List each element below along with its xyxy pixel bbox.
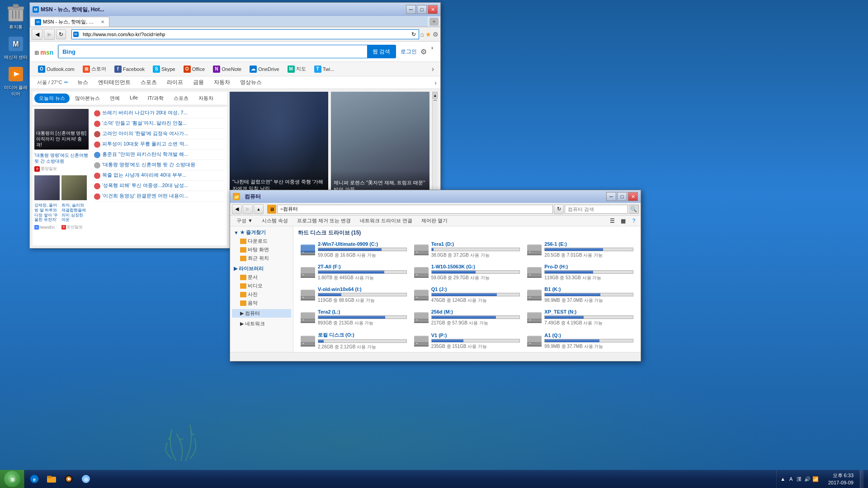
sidebar-item-videos[interactable]: 비디오 [232, 282, 291, 290]
browser-minimize-btn[interactable]: ─ [406, 5, 416, 14]
view-help-btn[interactable]: ? [629, 216, 639, 226]
news-item-6[interactable]: 목줄 없는 사냥개 4마리에 40대 부부... [94, 170, 224, 181]
msn-search-input[interactable] [79, 45, 367, 58]
link-skype[interactable]: S Skype [149, 65, 179, 74]
sidebar-item-recent[interactable]: 최근 위치 [232, 254, 291, 263]
scroll-thumb[interactable] [434, 100, 437, 101]
link-maps[interactable]: M 지도 [284, 65, 310, 74]
link-twitter[interactable]: T Twi... [311, 65, 338, 74]
nav-finance[interactable]: 금융 [189, 77, 208, 88]
drive-item-13[interactable]: V1 (P:) 235GB 중 151GB 사용 가능 [411, 330, 523, 352]
explorer-titlebar[interactable]: 📁 컴퓨터 ─ □ ✕ [230, 190, 641, 203]
explorer-search-btn[interactable]: 🔍 [629, 205, 639, 214]
sidebar-item-music[interactable]: 음악 [232, 299, 291, 307]
view-tiles-btn[interactable]: ▦ [618, 216, 628, 226]
drive-item-8[interactable]: B1 (K:) 98.9MB 중 37.0MB 사용 가능 [524, 285, 636, 305]
drive-item-7[interactable]: Q1 (J:) 476GB 중 124GB 사용 가능 [411, 285, 523, 305]
settings-btn[interactable]: ⚙ [433, 31, 439, 38]
address-refresh-btn[interactable]: ↻ [409, 29, 419, 39]
drive-item-2[interactable]: 256-1 (E:) 20.5GB 중 7.01GB 사용 가능 [524, 239, 636, 260]
tray-ime-btn[interactable]: 漢 [796, 475, 803, 483]
explorer-forward-btn[interactable]: ▶ [243, 204, 253, 214]
nav-cars[interactable]: 자동차 [209, 77, 235, 88]
settings-gear-icon[interactable]: ⚙ [420, 47, 427, 56]
news-tab-it[interactable]: IT/과학 [143, 94, 168, 103]
nav-video[interactable]: 영상뉴스 [236, 77, 266, 88]
drive-item-6[interactable]: V-old-win10x64 (I:) 119GB 중 88.6GB 사용 가능 [298, 285, 410, 305]
links-more-btn[interactable]: › [430, 65, 436, 73]
taskbar-wmp[interactable] [61, 472, 77, 486]
drive-item-10[interactable]: 256d (M:) 217GB 중 57.9GB 사용 가능 [411, 307, 523, 328]
drive-item-5[interactable]: Pro-D (H:) 119GB 중 53.3GB 사용 가능 [524, 262, 636, 283]
news-item-3[interactable]: 피투성이 10대女 무릎 풀리고 소변 먹... [94, 139, 224, 150]
desktop-icon-trash[interactable]: 휴지통 [2, 5, 29, 30]
news-item-8[interactable]: '이건희 동영상' 판결문엔 어떤 내용이... [94, 191, 224, 202]
tray-lang-btn[interactable]: A [788, 475, 795, 483]
news-tab-popular[interactable]: 많아본뉴스 [71, 94, 104, 103]
view-details-btn[interactable]: ☰ [607, 216, 617, 226]
sidebar-item-network[interactable]: ▶ 네트워크 [232, 319, 291, 328]
tab-close-btn[interactable]: ✕ [101, 19, 104, 24]
news-item-7[interactable]: '성폭행 피해' 투신 여중생...20대 남성... [94, 181, 224, 191]
explorer-minimize-btn[interactable]: ─ [606, 192, 616, 201]
link-onedrive[interactable]: ☁ OneDrive [246, 65, 283, 74]
news-tab-life[interactable]: Life [125, 94, 142, 103]
sidebar-item-desktop[interactable]: 바탕 화면 [232, 245, 291, 254]
browser-titlebar[interactable]: M MSN - 뉴스, 핫메일, Hot... ─ □ ✕ [30, 3, 440, 16]
bottom-news-1[interactable]: '대통령 명령'에도 신혼여행 뒷 간 소방대원 [34, 152, 90, 164]
taskbar-folder[interactable] [43, 472, 60, 486]
news-item-4[interactable]: 홍준표 "안되면 파키스탄식 학개발 해... [94, 150, 224, 160]
sidebar-item-computer[interactable]: ▶ 컴퓨터 [232, 309, 291, 318]
nav-life[interactable]: 라이프 [162, 77, 188, 88]
new-tab-btn[interactable]: + [429, 18, 439, 26]
tab-msn[interactable]: M MSN - 뉴스, 핫메일, Hot... ✕ [30, 17, 109, 27]
forward-btn[interactable]: ▶ [44, 29, 55, 40]
news-tab-cars[interactable]: 자동차 [194, 94, 218, 103]
drive-item-3[interactable]: 2T-All (F:) 1.80TB 중 445GB 사용 가능 [298, 262, 410, 283]
link-store[interactable]: ⊞ 스토어 [79, 65, 110, 74]
browser-maximize-btn[interactable]: □ [417, 5, 427, 14]
weather-edit-icon[interactable]: ✏ [64, 80, 68, 85]
news-img-card-1[interactable]: "나한테 걸렸으면" 부산 여중생 죽행 '가해자에게 일침 날린... 중 중… [230, 92, 328, 202]
tray-arrow-btn[interactable]: ▲ [779, 475, 787, 483]
explorer-up-btn[interactable]: ▲ [254, 204, 264, 214]
sidebar-favorites-title[interactable]: ▼ ★ 즐겨찾기 [232, 228, 291, 237]
nav-news[interactable]: 뉴스 [73, 77, 93, 88]
drive-item-9[interactable]: Tera2 (L:) 893GB 중 213GB 사용 가능 [298, 307, 410, 328]
nav-sports[interactable]: 스포츠 [136, 77, 161, 88]
link-outlook[interactable]: O Outlook.com [34, 65, 78, 74]
favorites-btn[interactable]: ★ [425, 31, 431, 38]
drive-item-0[interactable]: 2-Win7-Ultimate-0909 (C:) 59.0GB 중 16.6G… [298, 239, 410, 260]
drive-item-14[interactable]: A1 (Q:) 99.9MB 중 37.7MB 사용 가능 [524, 330, 636, 352]
explorer-refresh-btn[interactable]: ↻ [554, 204, 564, 214]
taskbar-app4[interactable]: ◎ [78, 472, 94, 486]
tray-volume-btn[interactable]: 🔊 [804, 475, 811, 483]
news-item-5[interactable]: '대통령 명령'에도 신혼여행 뒷 간 소방대원 [94, 160, 224, 170]
taskbar-ie[interactable]: e [26, 472, 42, 486]
home-btn[interactable]: ⌂ [420, 31, 424, 38]
bottom-img-1[interactable] [34, 175, 60, 200]
msn-search-btn[interactable]: 웹 검색 [367, 45, 396, 58]
featured-img-1[interactable]: 대통령의 [신혼여행 명령] 아직까지 안 지켜져! 충격! [34, 109, 89, 150]
login-link[interactable]: 로그인 [401, 48, 417, 56]
drive-item-1[interactable]: Tera1 (D:) 38.0GB 중 37.2GB 사용 가능 [411, 239, 523, 260]
menu-system-props[interactable]: 시스템 속성 [257, 216, 292, 225]
drive-item-4[interactable]: 1-W10-15063K (G:) 59.0GB 중 29.7GB 사용 가능 [411, 262, 523, 283]
explorer-maximize-btn[interactable]: □ [617, 192, 627, 201]
nav-entertainment[interactable]: 엔터테인먼트 [94, 77, 135, 88]
desktop-icon-media[interactable]: 미디어 플레이어 [2, 65, 29, 97]
explorer-close-btn[interactable]: ✕ [628, 192, 638, 201]
address-input[interactable] [80, 30, 409, 39]
bottom-cap-2[interactable]: 최자, 슬리와 재결합했을에 의미 심장한 여운 [61, 203, 87, 222]
scroll-up-btn[interactable]: ▲ [433, 92, 438, 99]
news-item-1[interactable]: '소덕' 만들고 '횡설'까지..달라진 안철... [94, 118, 224, 129]
news-item-2[interactable]: 고려인 아이의 '한팔'에 김정숙 여사가... [94, 129, 224, 139]
sidebar-libraries-title[interactable]: ▶ 라이브러리 [232, 264, 291, 273]
explorer-address-bar[interactable]: » 컴퓨터 [277, 205, 553, 214]
sidebar-item-documents[interactable]: 문서 [232, 273, 291, 282]
show-desktop-btn[interactable] [860, 470, 863, 488]
menu-organize[interactable]: 구성 ▼ [232, 216, 257, 225]
drive-item-11[interactable]: XP_TEST (N:) 7.49GB 중 4.19GB 사용 가능 [524, 307, 636, 328]
tray-network-btn[interactable]: 📶 [812, 475, 819, 483]
refresh-btn[interactable]: ↻ [56, 29, 66, 39]
